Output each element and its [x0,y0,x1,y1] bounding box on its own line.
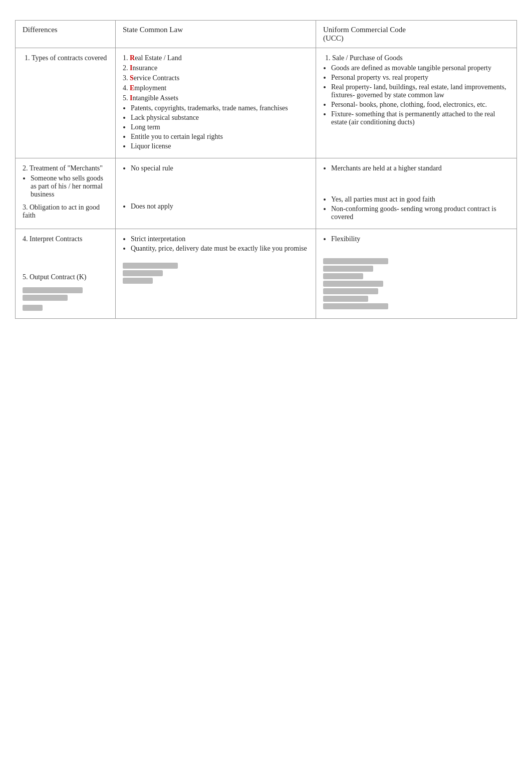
main-table: Differences State Common Law Uniform Com… [15,20,517,319]
middle-cell-row45: Strict interpretation Quantity, price, d… [116,229,316,318]
col-state-common-law: State Common Law [116,21,316,48]
list-item: 2. Insurance [123,64,309,72]
list-item: Personal property vs. real property [331,74,509,82]
list-item: Someone who sells goods as part of his /… [31,174,108,199]
list-item: Goods are defined as movable tangible pe… [331,64,509,72]
list-item: Does not apply [131,203,309,211]
table-header: Differences State Common Law Uniform Com… [16,21,516,48]
col-ucc: Uniform Commercial Code (UCC) [316,21,516,48]
table-row: Types of contracts covered 1. Real Estat… [16,48,516,158]
list-item: Sale / Purchase of Goods [332,54,509,62]
list-item: Non-conforming goods- sending wrong prod… [331,205,509,221]
left-cell-row1: Types of contracts covered [16,48,116,158]
list-item: Types of contracts covered [32,54,108,62]
left-cell-row45: 4. Interpret Contracts 5. Output Contrac… [16,229,116,318]
table-row: 4. Interpret Contracts 5. Output Contrac… [16,229,516,318]
col-differences: Differences [16,21,116,48]
list-item: 5. Intangible Assets [123,94,309,102]
list-item: Yes, all parties must act in good faith [331,196,509,204]
list-item: 2. Treatment of "Merchants" Someone who … [23,164,108,199]
right-cell-row45: Flexibility [316,229,516,318]
left-cell-row23: 2. Treatment of "Merchants" Someone who … [16,158,116,229]
list-item: Merchants are held at a higher standard [331,164,509,172]
list-item: Long term [131,123,309,131]
list-item: 5. Output Contract (K) [23,273,108,281]
list-item: Strict interpretation [131,235,309,243]
list-item: Fixture- something that is permanently a… [331,110,509,126]
list-item: Liquor license [131,142,309,150]
list-item: 3. Obligation to act in good faith [23,204,108,220]
list-item: Real property- land, buildings, real est… [331,83,509,99]
list-item: Entitle you to certain legal rights [131,133,309,141]
list-item: Patents, copyrights, trademarks, trade n… [131,104,309,112]
list-item: Quantity, price, delivery date must be e… [131,245,309,253]
middle-cell-row1: 1. Real Estate / Land 2. Insurance 3. Se… [116,48,316,158]
right-cell-row23: Merchants are held at a higher standard … [316,158,516,229]
list-item: 1. Real Estate / Land [123,54,309,62]
list-item: 4. Employment [123,84,309,92]
list-item: Personal- books, phone, clothing, food, … [331,101,509,109]
middle-cell-row23: No special rule Does not apply [116,158,316,229]
list-item: Lack physical substance [131,114,309,122]
list-item: 4. Interpret Contracts [23,235,108,243]
list-item: Flexibility [331,235,509,243]
table-row: 2. Treatment of "Merchants" Someone who … [16,158,516,229]
list-item: No special rule [131,164,309,172]
right-cell-row1: Sale / Purchase of Goods Goods are defin… [316,48,516,158]
list-item: 3. Service Contracts [123,74,309,82]
